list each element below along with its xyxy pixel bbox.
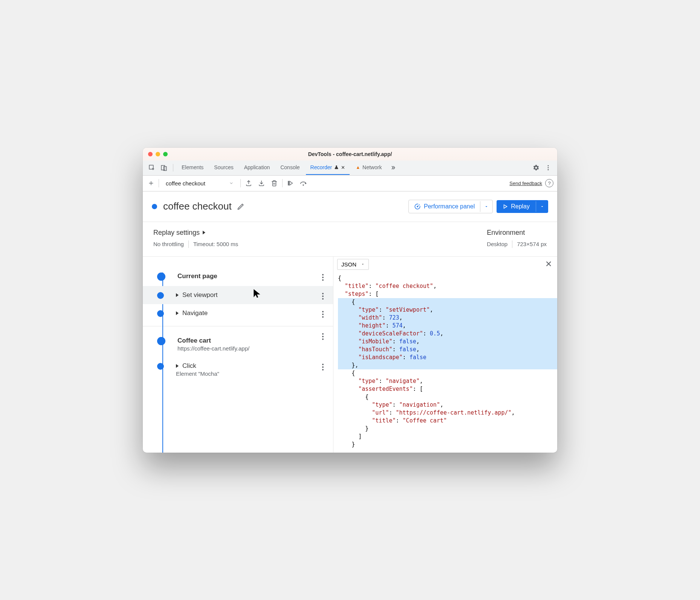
inspect-element-icon[interactable] xyxy=(147,162,157,173)
expand-icon[interactable] xyxy=(176,311,179,315)
mouse-cursor-icon xyxy=(252,288,262,298)
environment-summary: Desktop 723×574 px xyxy=(487,240,547,248)
svg-rect-6 xyxy=(288,181,289,185)
steps-timeline: Current page Set viewport xyxy=(143,257,333,453)
separator xyxy=(512,240,512,248)
recording-header: coffee checkout Performance panel Replay xyxy=(143,191,557,222)
device-value: Desktop xyxy=(487,241,507,247)
step-menu-icon[interactable] xyxy=(319,293,326,300)
settings-gear-icon[interactable] xyxy=(531,162,541,173)
close-panel-icon[interactable]: ✕ xyxy=(545,259,552,269)
replay-button: Replay xyxy=(497,200,548,213)
recorder-subbar: coffee checkout Send feedback ? xyxy=(143,176,557,191)
device-toolbar-icon[interactable] xyxy=(159,162,169,173)
continue-icon[interactable] xyxy=(286,178,295,188)
separator xyxy=(159,179,159,187)
svg-point-4 xyxy=(548,167,549,168)
step-section-coffee-cart[interactable]: Coffee cart https://coffee-cart.netlify.… xyxy=(143,326,333,357)
viewport-dims-value: 723×574 px xyxy=(517,241,547,247)
main-area: Current page Set viewport xyxy=(143,257,557,453)
tab-recorder[interactable]: Recorder ✕ xyxy=(306,161,350,175)
step-node xyxy=(157,272,165,281)
recording-status-dot xyxy=(152,204,157,209)
flask-icon xyxy=(334,165,339,170)
step-menu-icon[interactable] xyxy=(319,364,326,370)
expand-icon[interactable] xyxy=(176,364,179,368)
import-icon[interactable] xyxy=(257,178,266,188)
replay-settings-label: Replay settings xyxy=(153,229,200,237)
tab-sources[interactable]: Sources xyxy=(209,161,238,175)
recording-selector[interactable]: coffee checkout xyxy=(162,179,237,188)
tab-network[interactable]: ▲ Network xyxy=(351,161,386,175)
format-label: JSON xyxy=(341,261,356,268)
step-node xyxy=(157,337,165,345)
warning-icon: ▲ xyxy=(356,165,360,170)
recording-selector-label: coffee checkout xyxy=(166,180,205,187)
separator xyxy=(282,179,283,187)
step-subtitle: https://coffee-cart.netlify.app/ xyxy=(177,345,249,352)
step-node xyxy=(157,363,164,370)
performance-panel-label: Performance panel xyxy=(424,203,475,210)
throttling-value: No throttling xyxy=(153,241,184,247)
separator xyxy=(188,240,189,248)
code-panel: JSON ✕ { "title": "coffee checkout", "st… xyxy=(333,257,557,453)
window-title: DevTools - coffee-cart.netlify.app/ xyxy=(143,151,557,157)
step-title: Navigate xyxy=(182,309,208,317)
step-navigate[interactable]: Navigate xyxy=(143,304,333,322)
tab-console[interactable]: Console xyxy=(276,161,304,175)
step-node xyxy=(157,292,164,299)
replay-settings-toggle[interactable]: Replay settings xyxy=(153,229,238,237)
tab-application[interactable]: Application xyxy=(240,161,275,175)
svg-point-5 xyxy=(548,169,549,170)
more-menu-icon[interactable] xyxy=(543,162,553,173)
step-title: Set viewport xyxy=(182,291,218,299)
performance-panel-main[interactable]: Performance panel xyxy=(409,200,480,213)
more-tabs-icon[interactable] xyxy=(388,162,398,173)
timeout-value: Timeout: 5000 ms xyxy=(193,241,238,247)
devtools-tabbar: Elements Sources Application Console Rec… xyxy=(143,161,557,176)
replay-settings-summary: No throttling Timeout: 5000 ms xyxy=(153,240,238,248)
recording-title: coffee checkout xyxy=(163,201,232,212)
svg-point-3 xyxy=(548,165,549,166)
help-icon[interactable]: ? xyxy=(545,179,553,187)
performance-panel-dropdown[interactable] xyxy=(480,201,492,212)
step-menu-icon[interactable] xyxy=(319,274,326,281)
step-title: Current page xyxy=(177,272,217,280)
expand-icon[interactable] xyxy=(176,293,179,297)
tab-network-label: Network xyxy=(362,164,382,170)
step-click[interactable]: Click Element "Mocha" xyxy=(143,357,333,382)
format-selector[interactable]: JSON xyxy=(337,259,369,270)
svg-point-7 xyxy=(303,184,304,185)
chevron-down-icon xyxy=(229,181,234,185)
chevron-down-icon xyxy=(361,262,365,266)
step-menu-icon[interactable] xyxy=(319,333,326,340)
close-tab-icon[interactable]: ✕ xyxy=(341,165,345,170)
step-subtitle: Element "Mocha" xyxy=(176,370,219,377)
step-menu-icon[interactable] xyxy=(319,311,326,318)
code-body[interactable]: { "title": "coffee checkout", "steps": [… xyxy=(333,272,557,452)
svg-point-8 xyxy=(417,206,418,207)
replay-main[interactable]: Replay xyxy=(497,200,536,213)
step-set-viewport[interactable]: Set viewport xyxy=(143,286,333,304)
step-node xyxy=(157,310,164,317)
send-feedback-link[interactable]: Send feedback xyxy=(509,181,542,186)
separator xyxy=(173,164,173,171)
tab-recorder-label: Recorder xyxy=(310,164,332,170)
edit-title-icon[interactable] xyxy=(237,203,245,210)
environment-title: Environment xyxy=(487,229,525,237)
step-over-icon[interactable] xyxy=(298,178,308,188)
export-icon[interactable] xyxy=(244,178,254,188)
step-title: Click xyxy=(182,362,196,370)
tab-elements[interactable]: Elements xyxy=(177,161,208,175)
devtools-window: DevTools - coffee-cart.netlify.app/ Elem… xyxy=(143,148,557,453)
replay-label: Replay xyxy=(511,203,530,210)
separator xyxy=(240,179,241,187)
step-title: Coffee cart xyxy=(177,337,249,344)
delete-icon[interactable] xyxy=(269,178,279,188)
performance-panel-button: Performance panel xyxy=(408,200,493,213)
code-panel-header: JSON ✕ xyxy=(333,257,557,272)
step-current-page[interactable]: Current page xyxy=(143,267,333,286)
chevron-right-icon xyxy=(203,231,205,234)
replay-dropdown[interactable] xyxy=(536,201,548,212)
new-recording-button[interactable] xyxy=(147,179,156,188)
